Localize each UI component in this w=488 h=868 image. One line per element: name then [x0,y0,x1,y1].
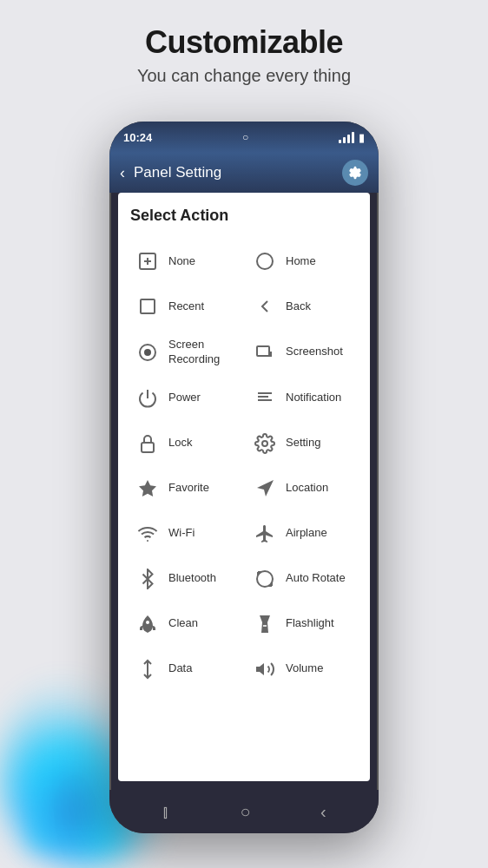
action-volume[interactable]: Volume [244,647,361,692]
svg-rect-13 [142,443,154,452]
phone-frame: 10:24 ○ ▮ ‹ Panel Setting Select Action [109,122,379,833]
circle-icon [251,247,279,275]
screenshot-icon [251,339,279,366]
action-lock-label: Lock [168,436,192,450]
action-power-label: Power [168,391,201,405]
svg-point-7 [144,349,151,356]
action-auto-rotate[interactable]: Auto Rotate [244,556,361,602]
action-favorite-label: Favorite [168,481,209,496]
svg-rect-8 [257,346,269,356]
action-airplane-label: Airplane [286,526,327,541]
plus-square-icon [134,247,162,275]
svg-rect-5 [141,299,155,313]
nav-title: Panel Setting [134,164,221,181]
action-screen-recording-label: Screen Recording [168,338,237,367]
action-setting[interactable]: Setting [244,421,361,466]
bottom-nav: ⫿ ○ ‹ [109,790,379,833]
status-indicator: ○ [242,131,248,143]
action-clean[interactable]: Clean [127,602,244,647]
signal-bars [339,131,354,143]
action-data-label: Data [168,661,192,676]
nav-bar: ‹ Panel Setting [109,153,379,193]
hero-subtitle: You can change every thing [0,66,488,86]
gear-icon [251,430,279,457]
action-location[interactable]: Location [244,466,361,511]
svg-marker-15 [139,480,156,496]
status-icons: ▮ [339,131,365,144]
lock-icon [134,430,162,457]
nav-back-button[interactable]: ‹ [120,164,125,182]
action-notification-label: Notification [286,391,341,405]
action-flashlight[interactable]: Flashlight [244,602,361,647]
action-recent[interactable]: Recent [127,284,244,329]
svg-marker-25 [256,663,264,675]
battery-icon: ▮ [359,131,365,144]
airplane-icon [251,520,279,548]
svg-point-17 [147,540,148,542]
square-icon [134,293,162,320]
action-screenshot-label: Screenshot [286,345,343,359]
action-power[interactable]: Power [127,376,244,421]
action-back[interactable]: Back [244,284,361,329]
action-auto-rotate-label: Auto Rotate [286,571,346,586]
svg-marker-16 [257,480,274,496]
action-lock[interactable]: Lock [127,421,244,466]
dialog-title: Select Action [127,207,361,225]
notification-icon [251,385,279,412]
action-airplane[interactable]: Airplane [244,511,361,556]
action-bluetooth[interactable]: Bluetooth [127,556,244,602]
action-screenshot[interactable]: Screenshot [244,329,361,376]
star-icon [134,475,162,503]
status-bar: 10:24 ○ ▮ [109,122,379,153]
action-bluetooth-label: Bluetooth [168,571,216,586]
bluetooth-icon [134,565,162,593]
action-flashlight-label: Flashlight [286,616,334,631]
action-wifi-label: Wi-Fi [168,526,195,541]
action-wifi[interactable]: Wi-Fi [127,511,244,556]
data-icon [134,655,162,683]
wifi-icon [134,520,162,548]
action-data[interactable]: Data [127,647,244,692]
action-clean-label: Clean [168,616,198,631]
nav-home-button[interactable]: ○ [234,795,258,829]
action-back-label: Back [286,299,311,314]
action-location-label: Location [286,481,328,496]
nav-menu-button[interactable]: ⫿ [155,795,177,829]
chevron-left-icon [251,293,279,320]
action-setting-label: Setting [286,436,320,450]
volume-icon [251,655,279,683]
action-home[interactable]: Home [244,239,361,284]
nav-back-nav-button[interactable]: ‹ [313,795,333,829]
svg-point-14 [262,441,267,446]
action-home-label: Home [286,254,316,269]
action-volume-label: Volume [286,661,323,676]
action-favorite[interactable]: Favorite [127,466,244,511]
hero-title: Customizable [0,0,488,61]
record-icon [134,339,162,366]
nav-settings-icon[interactable] [342,160,368,186]
rotate-icon [251,565,279,593]
action-recent-label: Recent [168,299,204,314]
status-time: 10:24 [123,131,152,144]
svg-rect-23 [263,625,267,627]
rocket-icon [134,610,162,638]
action-none-label: None [168,254,195,269]
flashlight-icon [251,610,279,638]
power-icon [134,385,162,412]
action-none[interactable]: None [127,239,244,284]
action-screen-recording[interactable]: Screen Recording [127,329,244,376]
svg-point-18 [254,569,275,589]
action-notification[interactable]: Notification [244,376,361,421]
action-grid: None Home Recent [127,239,361,692]
location-icon [251,475,279,503]
dialog: Select Action None [118,193,370,781]
svg-point-4 [257,253,273,269]
